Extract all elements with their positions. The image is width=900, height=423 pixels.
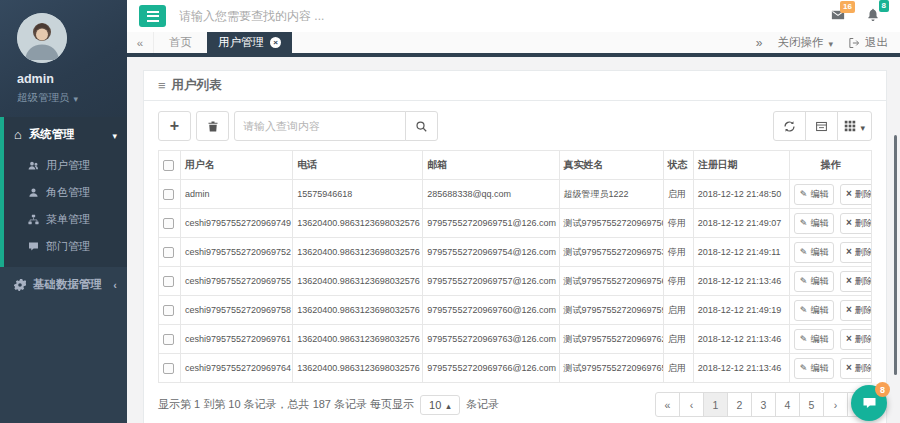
list-icon: [158, 78, 166, 93]
mail-icon[interactable]: 16: [830, 8, 846, 25]
global-search-input[interactable]: [179, 9, 830, 23]
edit-button[interactable]: 编辑: [794, 271, 835, 292]
delete-label: 删除: [855, 304, 872, 317]
delete-button[interactable]: 删除: [840, 271, 872, 292]
cell-phone: 13620400.9863123698032576: [293, 209, 423, 238]
cell-username: ceshi97957552720969749: [181, 209, 293, 238]
tab-home[interactable]: 首页: [154, 32, 207, 53]
pencil-icon: [800, 276, 808, 286]
delete-button[interactable]: 删除: [840, 184, 872, 205]
page-button-1[interactable]: 1: [703, 392, 728, 417]
edit-button[interactable]: 编辑: [794, 213, 835, 234]
table-search-button[interactable]: [405, 111, 438, 141]
delete-selected-button[interactable]: [196, 111, 229, 141]
edit-button[interactable]: 编辑: [794, 184, 835, 205]
sidebar-item-user-management[interactable]: 用户管理: [4, 152, 127, 179]
row-checkbox[interactable]: [163, 189, 174, 200]
cell-date: 2018-12-12 21:48:50: [693, 180, 789, 209]
row-checkbox[interactable]: [163, 363, 174, 374]
delete-button[interactable]: 删除: [840, 213, 872, 234]
toggle-view-button[interactable]: [805, 111, 838, 141]
delete-button[interactable]: 删除: [840, 358, 872, 379]
sitemap-icon: [28, 214, 39, 225]
cell-status: 启用: [663, 296, 693, 325]
page-button-4[interactable]: 4: [775, 392, 800, 417]
cell-date: 2018-12-12 21:13:46: [693, 354, 789, 383]
page-button-5[interactable]: 5: [799, 392, 824, 417]
tabs-scroll-right-icon[interactable]: [756, 36, 763, 50]
chat-badge: 8: [875, 382, 890, 397]
tab-label: 首页: [169, 35, 192, 50]
delete-button[interactable]: 删除: [840, 300, 872, 321]
delete-label: 删除: [855, 333, 872, 346]
cell-email: 97957552720969751@126.com: [423, 209, 559, 238]
delete-button[interactable]: 删除: [840, 329, 872, 350]
avatar[interactable]: [17, 13, 67, 63]
edit-label: 编辑: [810, 304, 828, 317]
table-scrollbar[interactable]: [894, 135, 897, 375]
cell-date: 2018-12-12 21:13:46: [693, 267, 789, 296]
bell-badge: 8: [879, 0, 889, 12]
tabs-scroll-left-icon[interactable]: [127, 32, 154, 53]
row-checkbox[interactable]: [163, 247, 174, 258]
table-search-input[interactable]: [234, 111, 406, 141]
profile-role-dropdown[interactable]: 超级管理员: [17, 91, 117, 105]
edit-button[interactable]: 编辑: [794, 242, 835, 263]
table-row: ceshi97957552720969758 13620400.98631236…: [159, 296, 872, 325]
page-button-2[interactable]: 2: [727, 392, 752, 417]
edit-button[interactable]: 编辑: [794, 329, 835, 350]
sidebar-item-basic-data-management[interactable]: 基础数据管理: [0, 267, 127, 302]
caret-down-icon: [74, 92, 79, 104]
page-first-button[interactable]: «: [655, 392, 680, 417]
topbar: 16 8: [127, 0, 900, 32]
col-header-date: 注册日期: [693, 151, 789, 180]
refresh-button[interactable]: [773, 111, 806, 141]
close-tab-icon[interactable]: [270, 37, 281, 48]
user-list-panel: 用户列表: [143, 70, 887, 423]
close-operations-dropdown[interactable]: 关闭操作: [777, 35, 833, 50]
user-table: 用户名 电话 邮箱 真实姓名 状态 注册日期 操作: [158, 150, 872, 383]
sidebar-item-system-management[interactable]: 系统管理: [4, 117, 127, 152]
chat-fab-button[interactable]: 8: [851, 385, 887, 421]
sidebar-toggle-button[interactable]: [139, 5, 166, 27]
row-checkbox[interactable]: [163, 305, 174, 316]
bell-icon[interactable]: 8: [866, 7, 880, 25]
row-checkbox[interactable]: [163, 276, 174, 287]
row-checkbox[interactable]: [163, 218, 174, 229]
add-button[interactable]: [158, 111, 191, 141]
tab-user-management[interactable]: 用户管理: [207, 32, 292, 53]
topbar-icons: 16 8: [830, 7, 900, 25]
edit-button[interactable]: 编辑: [794, 358, 835, 379]
columns-dropdown-button[interactable]: [837, 111, 872, 141]
cell-status: 启用: [663, 325, 693, 354]
chevron-down-icon: [112, 129, 117, 141]
edit-label: 编辑: [810, 188, 828, 201]
chevron-left-icon: [113, 279, 117, 291]
cell-status: 启用: [663, 354, 693, 383]
cell-realname: 测试97957552720969765: [559, 354, 663, 383]
edit-label: 编辑: [810, 333, 828, 346]
caret-up-icon: [446, 399, 451, 411]
caret-down-icon: [828, 37, 833, 49]
select-all-checkbox[interactable]: [163, 160, 174, 171]
sidebar-item-department-management[interactable]: 部门管理: [4, 233, 127, 260]
page-size-select[interactable]: 10: [420, 395, 460, 415]
cell-phone: 13620400.9863123698032576: [293, 267, 423, 296]
edit-label: 编辑: [810, 217, 828, 230]
sidebar-item-role-management[interactable]: 角色管理: [4, 179, 127, 206]
cell-phone: 15575946618: [293, 180, 423, 209]
cell-email: 285688338@qq.com: [423, 180, 559, 209]
page-button-3[interactable]: 3: [751, 392, 776, 417]
edit-button[interactable]: 编辑: [794, 300, 835, 321]
page-prev-button[interactable]: ‹: [679, 392, 704, 417]
col-header-email: 邮箱: [423, 151, 559, 180]
sign-out-icon: [848, 37, 860, 49]
row-checkbox[interactable]: [163, 334, 174, 345]
tab-actions: 关闭操作 退出: [756, 32, 900, 53]
caret-down-icon: [860, 119, 865, 134]
sidebar-item-menu-management[interactable]: 菜单管理: [4, 206, 127, 233]
page-next-button[interactable]: ›: [823, 392, 848, 417]
delete-button[interactable]: 删除: [840, 242, 872, 263]
table-footer: 显示第 1 到第 10 条记录，总共 187 条记录 每页显示 10 条记录 «…: [158, 392, 872, 423]
logout-button[interactable]: 退出: [848, 35, 888, 50]
